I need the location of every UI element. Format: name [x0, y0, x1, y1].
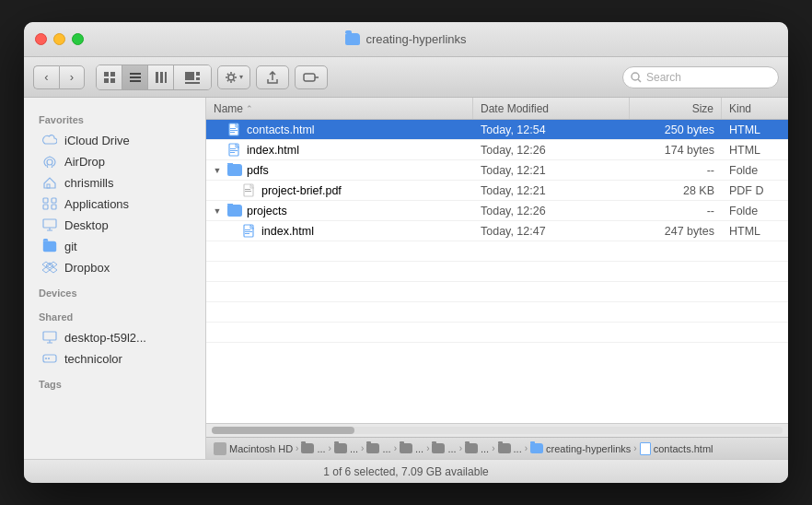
share-button[interactable]: [256, 65, 289, 89]
svg-rect-31: [230, 130, 238, 131]
disclosure-btn[interactable]: ▼: [212, 165, 223, 176]
table-row[interactable]: project-brief.pdf Today, 12:21 28 KB PDF…: [206, 181, 788, 201]
main-area: Favorites iCloud Drive AirDrop chrismill…: [24, 98, 788, 459]
hd-icon: [214, 442, 226, 455]
svg-rect-2: [104, 78, 109, 83]
path-label: Macintosh HD: [229, 443, 293, 454]
path-separator: ›: [426, 443, 429, 453]
path-item-hd[interactable]: Macintosh HD: [214, 442, 293, 455]
action-button[interactable]: ▾: [217, 65, 250, 89]
sidebar-item-icloud-drive[interactable]: iCloud Drive: [28, 130, 202, 150]
table-row[interactable]: ▼ pdfs Today, 12:21 -- Folde: [206, 160, 788, 181]
search-bar[interactable]: Search: [622, 66, 779, 88]
path-item[interactable]: ...: [498, 443, 522, 454]
icon-view-button[interactable]: [97, 65, 122, 89]
sidebar-item-applications[interactable]: Applications: [28, 194, 202, 214]
path-folder-icon: [432, 443, 445, 453]
svg-line-17: [638, 79, 641, 82]
window-title: creating-hyperlinks: [365, 32, 466, 46]
sidebar-section-devices: Devices: [24, 278, 205, 302]
svg-rect-43: [245, 233, 249, 234]
svg-rect-1: [110, 72, 115, 76]
svg-rect-34: [230, 148, 236, 149]
sidebar-section-shared: Shared: [24, 302, 205, 326]
path-item[interactable]: ...: [334, 443, 358, 454]
path-item[interactable]: ...: [301, 443, 325, 454]
scrollbar-track[interactable]: [212, 427, 783, 434]
svg-rect-13: [185, 82, 200, 84]
toolbar: ‹ › ▾ S: [24, 57, 788, 98]
back-button[interactable]: ‹: [33, 65, 59, 89]
folder-icon: [42, 239, 57, 253]
path-item-contacts[interactable]: contacts.html: [640, 442, 713, 455]
table-row[interactable]: contacts.html Today, 12:54 250 bytes HTM…: [206, 120, 788, 140]
col-header-name[interactable]: Name ⌃: [206, 98, 473, 119]
path-label: ...: [382, 443, 390, 454]
sidebar-item-desktop[interactable]: Desktop: [28, 215, 202, 235]
svg-point-18: [47, 159, 52, 165]
col-kind-label: Kind: [729, 102, 751, 115]
table-row[interactable]: index.html Today, 12:26 174 bytes HTML: [206, 140, 788, 160]
list-icon: [129, 71, 142, 84]
sidebar-item-git[interactable]: git: [28, 236, 202, 256]
col-header-size[interactable]: Size: [630, 98, 722, 119]
pdf-icon: [242, 183, 257, 198]
svg-rect-12: [196, 77, 200, 80]
path-item-creating-hyperlinks[interactable]: creating-hyperlinks: [530, 443, 631, 454]
path-html-icon: [640, 442, 651, 455]
svg-rect-19: [47, 184, 50, 188]
disclosure-btn[interactable]: ▼: [212, 206, 223, 217]
monitor-icon: [42, 330, 57, 345]
file-name-cell: contacts.html: [206, 123, 473, 137]
svg-rect-23: [52, 205, 56, 209]
col-header-modified[interactable]: Date Modified: [473, 98, 630, 119]
column-view-button[interactable]: [148, 65, 174, 89]
sidebar-item-chrismills[interactable]: chrismills: [28, 172, 202, 193]
col-header-kind[interactable]: Kind: [722, 98, 788, 119]
path-separator: ›: [329, 443, 331, 453]
sidebar-section-tags: Tags: [24, 370, 205, 393]
file-size-cell: 28 KB: [630, 184, 722, 197]
path-separator: ›: [296, 443, 298, 453]
path-item[interactable]: ...: [432, 443, 456, 454]
svg-point-14: [228, 75, 234, 80]
sidebar-item-technicolor[interactable]: technicolor: [28, 348, 202, 369]
sidebar-item-desktop-t59[interactable]: desktop-t59l2...: [28, 327, 202, 347]
path-folder-icon: [301, 443, 314, 453]
close-button[interactable]: [35, 33, 47, 45]
airdrop-icon: [42, 154, 57, 169]
file-modified-cell: Today, 12:26: [473, 144, 630, 157]
maximize-button[interactable]: [72, 33, 84, 45]
sidebar-item-dropbox[interactable]: Dropbox: [28, 257, 202, 277]
icloud-icon: [42, 133, 57, 147]
file-name-cell: ▼ pdfs: [206, 163, 473, 178]
minimize-button[interactable]: [53, 33, 65, 45]
titlebar-content: creating-hyperlinks: [345, 32, 466, 46]
path-separator: ›: [525, 443, 528, 453]
forward-button[interactable]: ›: [59, 65, 85, 89]
path-separator: ›: [361, 443, 364, 453]
table-row[interactable]: ▼ projects Today, 12:26 -- Folde: [206, 201, 788, 221]
file-kind-cell: Folde: [722, 164, 788, 177]
path-item[interactable]: ...: [465, 443, 489, 454]
file-kind-cell: PDF D: [722, 184, 788, 197]
tags-button[interactable]: [295, 65, 328, 89]
dropbox-icon: [42, 260, 57, 275]
sidebar-item-airdrop[interactable]: AirDrop: [28, 151, 202, 171]
list-view-button[interactable]: [122, 65, 148, 89]
gallery-view-button[interactable]: [174, 65, 211, 89]
svg-rect-32: [230, 132, 235, 133]
file-size-cell: 174 bytes: [630, 144, 722, 157]
sidebar-item-label: git: [64, 240, 77, 253]
table-row[interactable]: index.html Today, 12:47 247 bytes HTML: [206, 221, 788, 241]
file-kind-cell: HTML: [722, 144, 788, 157]
path-folder-icon: [465, 443, 478, 453]
path-item[interactable]: ...: [400, 443, 423, 454]
grid-icon: [103, 71, 116, 84]
svg-rect-36: [230, 152, 235, 153]
table-row-empty: [206, 282, 788, 302]
path-item[interactable]: ...: [366, 443, 390, 454]
file-list[interactable]: contacts.html Today, 12:54 250 bytes HTM…: [206, 120, 788, 423]
titlebar: creating-hyperlinks: [24, 22, 788, 57]
scrollbar-thumb[interactable]: [212, 427, 354, 434]
